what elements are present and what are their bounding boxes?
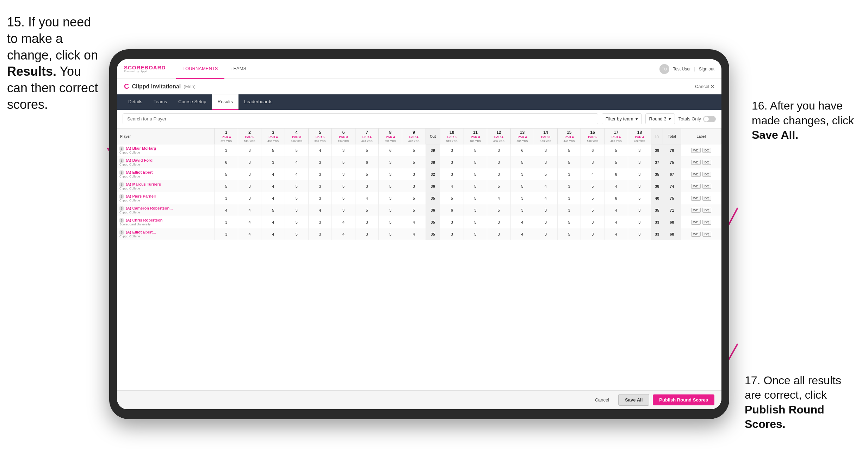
hole-3-score[interactable]: 4 (261, 168, 285, 180)
hole-18-score[interactable]: 5 (628, 192, 651, 204)
hole-18-score[interactable]: 3 (628, 144, 651, 156)
hole-14-score[interactable]: 4 (534, 192, 558, 204)
dq-button[interactable]: DQ (702, 184, 712, 189)
hole-9-score[interactable]: 4 (402, 228, 426, 240)
hole-15-score[interactable]: 3 (557, 204, 581, 216)
hole-10-score[interactable]: 3 (440, 228, 464, 240)
hole-13-score[interactable]: 3 (510, 204, 534, 216)
hole-2-score[interactable]: 3 (238, 168, 261, 180)
hole-11-score[interactable]: 5 (464, 216, 487, 228)
hole-5-score[interactable]: 3 (308, 180, 332, 192)
hole-6-score[interactable]: 5 (332, 180, 355, 192)
hole-11-score[interactable]: 5 (464, 144, 487, 156)
hole-11-score[interactable]: 5 (464, 156, 487, 168)
dq-button[interactable]: DQ (702, 172, 712, 177)
hole-18-score[interactable]: 3 (628, 168, 651, 180)
tab-details[interactable]: Details (123, 94, 148, 110)
hole-1-score[interactable]: 5 (215, 168, 238, 180)
hole-18-score[interactable]: 3 (628, 180, 651, 192)
hole-8-score[interactable]: 3 (379, 156, 402, 168)
hole-6-score[interactable]: 4 (332, 228, 355, 240)
hole-15-score[interactable]: 3 (557, 168, 581, 180)
hole-7-score[interactable]: 5 (355, 204, 379, 216)
hole-17-score[interactable]: 4 (604, 204, 628, 216)
dq-button[interactable]: DQ (702, 196, 712, 201)
hole-14-score[interactable]: 3 (534, 144, 558, 156)
hole-16-score[interactable]: 3 (581, 216, 604, 228)
hole-12-score[interactable]: 5 (487, 180, 511, 192)
hole-6-score[interactable]: 3 (332, 204, 355, 216)
dq-button[interactable]: DQ (702, 160, 712, 165)
hole-1-score[interactable]: 6 (215, 156, 238, 168)
nav-teams[interactable]: TEAMS (224, 59, 253, 79)
dq-button[interactable]: DQ (702, 220, 712, 225)
hole-2-score[interactable]: 3 (238, 192, 261, 204)
hole-2-score[interactable]: 3 (238, 144, 261, 156)
hole-6-score[interactable]: 4 (332, 216, 355, 228)
hole-4-score[interactable]: 3 (285, 204, 309, 216)
hole-14-score[interactable]: 4 (534, 180, 558, 192)
hole-12-score[interactable]: 3 (487, 168, 511, 180)
hole-1-score[interactable]: 3 (215, 144, 238, 156)
hole-10-score[interactable]: 6 (440, 204, 464, 216)
tab-course-setup[interactable]: Course Setup (173, 94, 212, 110)
hole-1-score[interactable]: 4 (215, 204, 238, 216)
hole-17-score[interactable]: 4 (604, 180, 628, 192)
hole-14-score[interactable]: 3 (534, 204, 558, 216)
hole-4-score[interactable]: 5 (285, 216, 309, 228)
hole-13-score[interactable]: 5 (510, 156, 534, 168)
hole-1-score[interactable]: 3 (215, 228, 238, 240)
hole-14-score[interactable]: 5 (534, 168, 558, 180)
hole-14-score[interactable]: 3 (534, 216, 558, 228)
hole-10-score[interactable]: 3 (440, 216, 464, 228)
hole-16-score[interactable]: 4 (581, 168, 604, 180)
wd-button[interactable]: WD (691, 208, 701, 213)
hole-17-score[interactable]: 4 (604, 216, 628, 228)
tab-teams[interactable]: Teams (148, 94, 173, 110)
hole-12-score[interactable]: 3 (487, 216, 511, 228)
hole-18-score[interactable]: 3 (628, 216, 651, 228)
hole-8-score[interactable]: 3 (379, 204, 402, 216)
hole-13-score[interactable]: 4 (510, 228, 534, 240)
dq-button[interactable]: DQ (702, 232, 712, 237)
hole-8-score[interactable]: 5 (379, 216, 402, 228)
hole-16-score[interactable]: 3 (581, 156, 604, 168)
hole-17-score[interactable]: 4 (604, 228, 628, 240)
hole-17-score[interactable]: 5 (604, 156, 628, 168)
hole-10-score[interactable]: 3 (440, 144, 464, 156)
hole-16-score[interactable]: 5 (581, 180, 604, 192)
hole-4-score[interactable]: 5 (285, 228, 309, 240)
hole-3-score[interactable]: 5 (261, 204, 285, 216)
hole-13-score[interactable]: 4 (510, 216, 534, 228)
hole-4-score[interactable]: 5 (285, 192, 309, 204)
hole-13-score[interactable]: 5 (510, 180, 534, 192)
hole-7-score[interactable]: 3 (355, 216, 379, 228)
hole-7-score[interactable]: 5 (355, 168, 379, 180)
hole-17-score[interactable]: 6 (604, 168, 628, 180)
hole-10-score[interactable]: 5 (440, 192, 464, 204)
hole-9-score[interactable]: 5 (402, 156, 426, 168)
wd-button[interactable]: WD (691, 232, 701, 237)
hole-17-score[interactable]: 5 (604, 144, 628, 156)
totals-only-toggle[interactable] (703, 116, 716, 122)
hole-7-score[interactable]: 6 (355, 156, 379, 168)
hole-15-score[interactable]: 5 (557, 144, 581, 156)
hole-2-score[interactable]: 4 (238, 228, 261, 240)
hole-3-score[interactable]: 4 (261, 180, 285, 192)
hole-11-score[interactable]: 5 (464, 168, 487, 180)
hole-6-score[interactable]: 5 (332, 156, 355, 168)
hole-5-score[interactable]: 3 (308, 156, 332, 168)
hole-11-score[interactable]: 5 (464, 228, 487, 240)
hole-7-score[interactable]: 3 (355, 180, 379, 192)
hole-9-score[interactable]: 5 (402, 192, 426, 204)
tab-leaderboards[interactable]: Leaderboards (238, 94, 278, 110)
hole-15-score[interactable]: 5 (557, 228, 581, 240)
hole-5-score[interactable]: 3 (308, 228, 332, 240)
sign-out-link[interactable]: Sign out (699, 67, 714, 71)
hole-3-score[interactable]: 4 (261, 228, 285, 240)
hole-12-score[interactable]: 5 (487, 204, 511, 216)
hole-8-score[interactable]: 3 (379, 168, 402, 180)
hole-5-score[interactable]: 3 (308, 192, 332, 204)
hole-7-score[interactable]: 4 (355, 192, 379, 204)
dq-button[interactable]: DQ (702, 148, 712, 153)
